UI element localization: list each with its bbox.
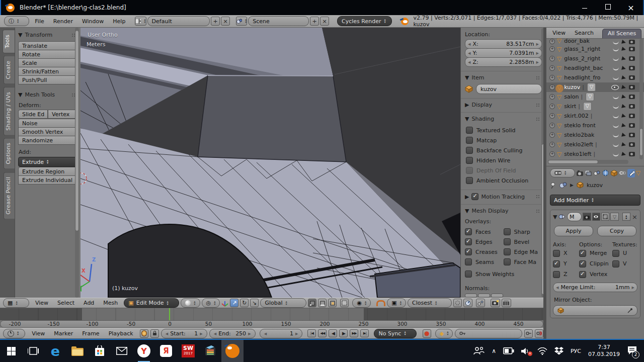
menu-item[interactable]: Mesh	[99, 300, 122, 306]
menu-item[interactable]: File	[30, 18, 48, 25]
modifier-name-field[interactable]: M	[567, 212, 582, 221]
outliner-item[interactable]: + ▽ glass_1_right | ▽	[546, 44, 644, 54]
overlay-checkbox[interactable]: Seams	[465, 257, 504, 267]
modifier-editmode-toggle[interactable]	[601, 213, 609, 221]
tool-button[interactable]: Smooth Vertex	[18, 127, 77, 136]
outliner-view-menu[interactable]: View	[550, 30, 570, 36]
snap-element-dropdown[interactable]: ▣ ▴▾	[387, 298, 406, 308]
expand-icon[interactable]: +	[549, 94, 555, 100]
visibility-icon[interactable]	[613, 40, 619, 44]
shading-checkbox[interactable]: Textured Solid	[466, 125, 542, 135]
selectable-icon[interactable]	[621, 56, 626, 61]
visibility-icon[interactable]	[613, 123, 619, 128]
yandex-browser-button[interactable]: Y	[133, 340, 155, 362]
close-button[interactable]: ×	[626, 3, 636, 13]
overlay-checkbox[interactable]: Bevel	[504, 237, 542, 247]
outliner-item[interactable]: + ▽ salon | ▽	[546, 92, 644, 102]
outliner-item[interactable]: + ▽ headlight_fro | ▽	[546, 73, 644, 82]
jump-to-start-button[interactable]: |◀	[307, 329, 316, 337]
overlay-checkbox[interactable]: Edges	[465, 237, 504, 247]
add-layout-button[interactable]: +	[211, 17, 220, 26]
mode-dropdown[interactable]: ▣ Edit Mode ▴▾	[124, 298, 179, 308]
expand-icon[interactable]: +	[549, 39, 555, 44]
tool-button[interactable]: Vertex	[48, 110, 77, 119]
menu-item[interactable]: View	[27, 330, 49, 337]
tab-modifiers-wrench-icon[interactable]	[627, 169, 635, 177]
time-indicator-button[interactable]	[140, 329, 148, 338]
overlay-checkbox[interactable]: Sharp	[504, 227, 542, 237]
selectable-icon[interactable]	[621, 142, 626, 147]
selectable-icon[interactable]	[621, 104, 626, 109]
task-view-button[interactable]	[22, 340, 44, 362]
modifier-delete-icon[interactable]: ×	[632, 213, 637, 221]
menu-item[interactable]: Add	[79, 300, 99, 306]
scene-selector[interactable]: Scene	[248, 16, 309, 26]
viewport-shading-dropdown[interactable]: ▴▾	[181, 298, 200, 308]
expand-icon[interactable]: +	[549, 46, 555, 52]
opengl-render-image-button[interactable]	[491, 299, 500, 307]
tool-button[interactable]: Translate	[18, 41, 77, 50]
outliner-display-mode-dropdown[interactable]: All Scenes	[602, 29, 641, 38]
increment-icon[interactable]: ▸	[536, 59, 539, 65]
motion-tracking-checkbox[interactable]	[471, 193, 478, 200]
merge-limit-slider[interactable]: ◂ Merge Limit: 1mm ▸	[553, 283, 637, 292]
tool-button[interactable]: Slide Ed	[18, 110, 48, 119]
area-separator[interactable]	[543, 28, 546, 339]
toolshelf-tab[interactable]: Grease Pencil	[4, 172, 15, 219]
expand-icon[interactable]: +	[549, 75, 555, 80]
show-weights-checkbox[interactable]: Show Weights	[465, 269, 542, 279]
tab-render-icon[interactable]	[576, 169, 584, 177]
renderable-icon[interactable]	[629, 85, 635, 89]
tray-expand-chevron-icon[interactable]: ∧	[492, 347, 496, 354]
snap-align-rotation-button[interactable]	[463, 299, 472, 307]
increment-icon[interactable]: ▸	[631, 284, 634, 291]
manipulator-rotate-button[interactable]: ↻	[240, 299, 249, 307]
menu-item[interactable]: Select	[53, 300, 79, 306]
tool-button[interactable]: Rotate	[18, 50, 77, 59]
delete-layout-button[interactable]: ×	[221, 17, 230, 26]
play-reverse-button[interactable]: ◀	[329, 329, 337, 337]
expand-icon[interactable]: +	[549, 142, 555, 147]
visibility-icon[interactable]	[613, 75, 619, 80]
renderable-icon[interactable]	[629, 66, 635, 70]
menu-item[interactable]: Frame	[77, 330, 104, 337]
selectable-icon[interactable]	[621, 66, 626, 71]
viewport-canvas[interactable]	[80, 28, 460, 298]
tab-object-icon[interactable]	[610, 169, 618, 177]
outliner-item[interactable]: + ▽ glass_2_right | ▽	[546, 54, 644, 63]
location-field[interactable]: ◂ Z:2.2858m ▸	[465, 57, 542, 67]
delete-keyframe-button[interactable]	[535, 329, 543, 338]
modifier-render-toggle[interactable]	[583, 213, 591, 221]
option-checkbox[interactable]: Merge	[579, 248, 612, 258]
modifier-cage-toggle[interactable]: ▽	[610, 213, 618, 221]
shading-checkbox[interactable]: Ambient Occlusion	[466, 175, 542, 186]
renderable-icon[interactable]	[629, 56, 635, 61]
editor-type-button[interactable]: ▦ ▴▾	[3, 298, 29, 308]
archive-app-button[interactable]	[199, 340, 221, 362]
option-checkbox[interactable]: Clippin	[579, 258, 612, 269]
minimize-button[interactable]	[580, 5, 590, 11]
start-button[interactable]	[0, 340, 22, 362]
selectable-icon[interactable]	[621, 133, 626, 138]
tab-render-layers-icon[interactable]	[585, 169, 592, 177]
outliner-item[interactable]: + ▽ steklo2left | ▽	[546, 140, 644, 149]
tab-constraints-icon[interactable]	[619, 169, 626, 177]
lock-button[interactable]	[150, 329, 159, 338]
tool-button[interactable]: Push/Pull	[18, 75, 77, 84]
menu-item[interactable]: Window	[77, 18, 108, 25]
modifier-view-toggle[interactable]	[592, 213, 600, 221]
delete-scene-button[interactable]: ×	[320, 17, 329, 26]
orientation-dropdown[interactable]: Global ▴▾	[260, 298, 306, 308]
mail-button[interactable]	[111, 340, 133, 362]
edge-select-button[interactable]	[318, 299, 327, 307]
pin-icon[interactable]	[550, 182, 556, 189]
keying-set-dropdown[interactable]: ◆ ▴▾	[435, 329, 453, 338]
expand-icon[interactable]: +	[549, 132, 555, 138]
display-battery-icon[interactable]	[503, 347, 514, 354]
outliner-vscrollbar[interactable]	[639, 39, 643, 159]
location-field[interactable]: ◂ Y:7.0391m ▸	[465, 48, 542, 58]
breadcrumb-object-name[interactable]: kuzov	[587, 182, 603, 189]
shading-checkbox[interactable]: Depth Of Field	[466, 165, 542, 175]
modifier-reorder-buttons[interactable]: ▴▾	[622, 213, 630, 221]
scene-icon[interactable]: ▴▾	[236, 17, 247, 26]
